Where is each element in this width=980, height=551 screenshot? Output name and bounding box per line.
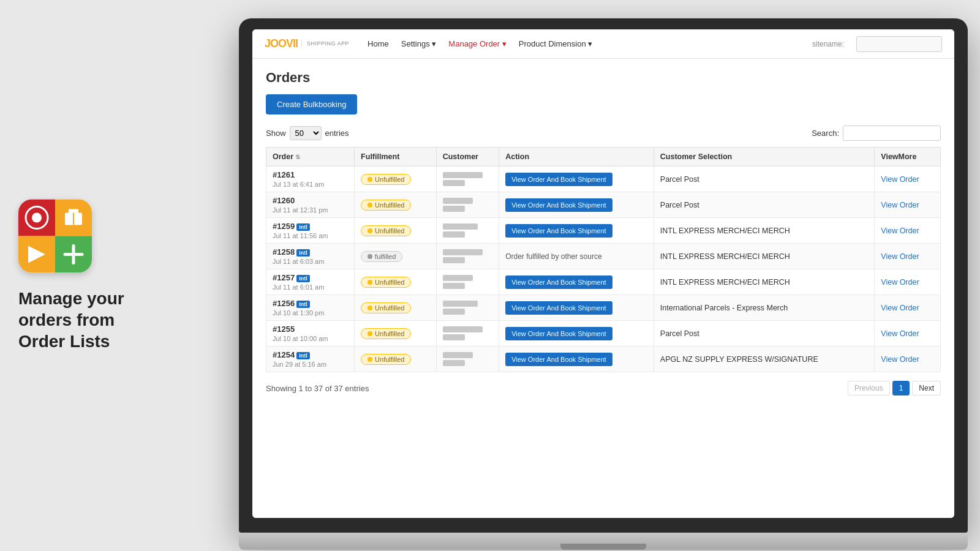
col-fulfillment: Fulfillment [355,148,437,167]
cell-action: View Order And Book Shipment [499,321,654,347]
sitename-label: sitename: [812,40,844,48]
view-order-link[interactable]: View Order [881,304,919,312]
view-order-link[interactable]: View Order [881,227,919,235]
table-row: #1261Jul 13 at 6:41 amUnfulfilledView Or… [266,167,941,192]
laptop-screen: JOOVII SHIPPING APP Home Settings ▾ Mana… [252,29,954,518]
pagination-next[interactable]: Next [912,381,941,395]
cell-action: Order fulfilled by other source [499,244,654,269]
col-viewmore: ViewMore [875,148,941,167]
cell-viewmore: View Order [875,269,941,295]
col-order[interactable]: Order [266,148,355,167]
table-row: #1258IntlJul 11 at 6:03 amfulfilledOrder… [266,244,941,269]
cell-order: #1260Jul 11 at 12:31 pm [266,192,355,218]
book-shipment-button[interactable]: View Order And Book Shipment [505,224,612,238]
tagline: Manage your orders from Order Lists [18,288,165,352]
col-customer-selection: Customer Selection [654,148,874,167]
cell-customer [436,321,499,347]
book-shipment-button[interactable]: View Order And Book Shipment [505,327,612,340]
table-row: #1254IntlJun 29 at 5:16 amUnfulfilledVie… [266,347,941,372]
nav-home[interactable]: Home [368,39,389,48]
cell-customer-selection: INTL EXPRESS MERCH/ECI MERCH [654,244,874,269]
cell-order: #1259IntlJul 11 at 11:56 am [266,218,355,244]
sitename-input[interactable] [856,36,942,52]
pagination-previous[interactable]: Previous [848,381,890,395]
search-label: Search: [812,129,839,138]
cell-fulfillment: fulfilled [355,244,437,269]
cell-order: #1258IntlJul 11 at 6:03 am [266,244,355,269]
pagination-row: Showing 1 to 37 of 37 entries Previous 1… [266,381,941,395]
cell-order: #1255Jul 10 at 10:00 am [266,321,355,347]
book-shipment-button[interactable]: View Order And Book Shipment [505,301,612,315]
icon-q3 [18,236,55,273]
cell-customer [436,295,499,321]
showing-text: Showing 1 to 37 of 37 entries [266,384,369,393]
book-shipment-button[interactable]: View Order And Book Shipment [505,198,612,212]
brand-vii: VII [286,37,298,50]
pagination-page-1[interactable]: 1 [892,381,910,395]
cell-order: #1254IntlJun 29 at 5:16 am [266,347,355,372]
cell-fulfillment: Unfulfilled [355,218,437,244]
show-entries: Show 50 25 10 100 entries [266,126,349,140]
nav-manage-order[interactable]: Manage Order ▾ [448,39,506,48]
book-shipment-button[interactable]: View Order And Book Shipment [505,173,612,186]
table-row: #1256IntlJul 10 at 1:30 pmUnfulfilledVie… [266,295,941,321]
search-box: Search: [812,126,941,141]
cell-customer-selection: INTL EXPRESS MERCH/ECI MERCH [654,269,874,295]
laptop-wrapper: JOOVII SHIPPING APP Home Settings ▾ Mana… [239,18,968,533]
view-order-link[interactable]: View Order [881,175,919,184]
view-order-link[interactable]: View Order [881,355,919,364]
search-input[interactable] [843,126,941,141]
laptop-bottom [239,533,968,550]
cell-action: View Order And Book Shipment [499,167,654,192]
view-order-link[interactable]: View Order [881,329,919,338]
icon-q4 [55,236,92,273]
book-shipment-button[interactable]: View Order And Book Shipment [505,276,612,289]
cell-fulfillment: Unfulfilled [355,347,437,372]
col-customer: Customer [436,148,499,167]
cell-customer-selection: Parcel Post [654,167,874,192]
cell-viewmore: View Order [875,244,941,269]
cell-fulfillment: Unfulfilled [355,192,437,218]
cell-customer [436,218,499,244]
view-order-link[interactable]: View Order [881,201,919,209]
laptop-frame: JOOVII SHIPPING APP Home Settings ▾ Mana… [239,18,968,533]
left-panel: Manage your orders from Order Lists [18,200,165,352]
cell-action: View Order And Book Shipment [499,192,654,218]
orders-table: Order Fulfillment Customer Action Custom… [266,147,941,372]
cell-fulfillment: Unfulfilled [355,295,437,321]
cell-customer-selection: Parcel Post [654,192,874,218]
cell-order: #1257IntlJul 11 at 6:01 am [266,269,355,295]
svg-point-1 [32,213,42,223]
view-order-link[interactable]: View Order [881,278,919,287]
cell-fulfillment: Unfulfilled [355,269,437,295]
cell-customer [436,269,499,295]
page-title: Orders [266,70,941,86]
cell-viewmore: View Order [875,218,941,244]
cell-customer-selection: INTL EXPRESS MERCH/ECI MERCH [654,218,874,244]
navbar: JOOVII SHIPPING APP Home Settings ▾ Mana… [252,29,954,59]
nav-settings[interactable]: Settings ▾ [401,39,437,48]
cell-customer [436,192,499,218]
cell-viewmore: View Order [875,295,941,321]
cell-action: View Order And Book Shipment [499,347,654,372]
entries-select[interactable]: 50 25 10 100 [290,126,322,140]
view-order-link[interactable]: View Order [881,252,919,261]
brand-joo: JOO [265,37,286,50]
book-shipment-button[interactable]: View Order And Book Shipment [505,353,612,366]
brand-logo: JOOVII [265,37,298,50]
cell-customer-selection: International Parcels - Express Merch [654,295,874,321]
table-row: #1255Jul 10 at 10:00 amUnfulfilledView O… [266,321,941,347]
cell-action: View Order And Book Shipment [499,269,654,295]
cell-order: #1256IntlJul 10 at 1:30 pm [266,295,355,321]
app: JOOVII SHIPPING APP Home Settings ▾ Mana… [252,29,954,518]
cell-fulfillment: Unfulfilled [355,167,437,192]
nav-brand: JOOVII SHIPPING APP [265,37,349,50]
nav-product-dimension[interactable]: Product Dimension ▾ [519,39,592,48]
cell-action: View Order And Book Shipment [499,218,654,244]
brand-sub: SHIPPING APP [301,40,349,47]
show-label: Show [266,129,286,138]
app-icon [18,200,92,273]
action-text: Order fulfilled by other source [505,252,601,261]
cell-customer-selection: Parcel Post [654,321,874,347]
create-bulkbooking-button[interactable]: Create Bulkbooking [266,94,357,114]
